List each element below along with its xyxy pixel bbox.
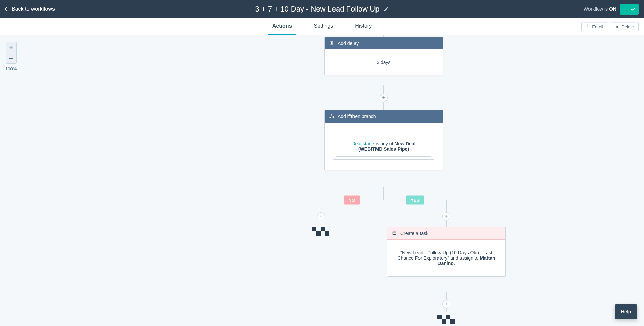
check-icon (630, 6, 636, 12)
task-icon (392, 231, 397, 236)
add-action-button-no[interactable]: + (317, 212, 325, 220)
svg-rect-0 (393, 232, 396, 234)
end-marker-no (312, 227, 330, 236)
branch-label-yes: YES (406, 196, 424, 205)
back-label: Back to workflows (12, 6, 55, 12)
workflow-on-toggle[interactable] (620, 4, 639, 15)
enroll-button[interactable]: Enroll (581, 22, 607, 31)
connector-line (383, 187, 384, 200)
branch-action-card[interactable]: Add if/then branch Deal stage is any of … (324, 110, 443, 170)
add-action-button-after-task[interactable]: + (442, 300, 450, 308)
branch-label-no: NO (344, 196, 360, 205)
hourglass-icon (329, 41, 334, 46)
help-button[interactable]: Help (615, 304, 637, 319)
delay-header-label: Add delay (338, 41, 359, 46)
branch-header-label: Add if/then branch (338, 114, 376, 119)
add-action-button-yes[interactable]: + (442, 212, 450, 220)
back-to-workflows-link[interactable]: Back to workflows (5, 6, 55, 12)
delay-duration: 3 days (377, 60, 390, 65)
workflow-title: 3 + 7 + 10 Day - New Lead Follow Up (255, 5, 380, 14)
chevron-left-icon (5, 7, 9, 12)
connector-line (321, 200, 447, 200)
delay-action-card[interactable]: Add delay 3 days (324, 37, 443, 75)
condition-property: Deal stage (351, 141, 374, 146)
add-action-button[interactable]: + (380, 94, 388, 102)
enroll-icon (586, 25, 590, 29)
tab-actions[interactable]: Actions (268, 18, 296, 35)
branch-condition: Deal stage is any of New Deal (WEBITMD S… (336, 136, 431, 157)
end-marker-yes (437, 315, 455, 324)
tab-settings[interactable]: Settings (310, 18, 338, 35)
branch-icon (329, 114, 334, 119)
workflow-status-label: Workflow is ON (584, 6, 616, 12)
edit-title-icon[interactable] (383, 6, 389, 12)
delete-button[interactable]: Delete (611, 22, 639, 31)
task-action-card[interactable]: Create a task "New Lead - Follow Up (10 … (387, 227, 506, 277)
tab-history[interactable]: History (351, 18, 376, 35)
task-header-label: Create a task (400, 231, 428, 236)
trash-icon (615, 25, 619, 29)
task-body: "New Lead - Follow Up (10 Days Old) - La… (387, 240, 505, 276)
